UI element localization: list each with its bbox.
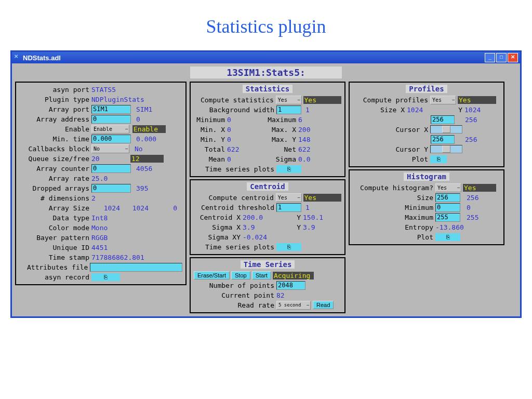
hist-size-input[interactable]	[435, 193, 460, 202]
cury-input[interactable]	[431, 135, 455, 144]
ts-title: Time Series	[241, 260, 295, 269]
enable-dropdown[interactable]: Enable	[91, 125, 129, 134]
cb-block-label: Callbacks block	[19, 145, 91, 153]
curx-readback: 256	[465, 116, 477, 124]
dims-label: # dimensions	[19, 194, 91, 202]
queue-free-value: 12	[130, 155, 164, 163]
minimize-button[interactable]: _	[485, 53, 495, 62]
size-x: 1024	[91, 204, 120, 212]
net-label: Net	[268, 145, 298, 153]
rate-dropdown[interactable]: 5 second	[276, 301, 311, 310]
dropped-input[interactable]	[91, 184, 131, 193]
stop-button[interactable]: Stop	[231, 271, 250, 280]
min-time-input[interactable]	[91, 135, 131, 143]
max-label: Maximum	[268, 116, 298, 124]
asyn-port-value: STATS5	[91, 86, 116, 94]
sigma-value: 0.0	[298, 155, 310, 163]
plugin-type-value: NDPluginStats	[91, 96, 144, 103]
min-time-label: Min. time	[19, 135, 91, 143]
read-button[interactable]: Read	[313, 301, 334, 309]
array-port-readback: SIM1	[136, 105, 152, 113]
profiles-compute-label: Compute profiles	[353, 96, 430, 104]
sxy-value: -0.024	[243, 233, 267, 241]
ts-panel: Time Series Erase/StartStopStartAcquirin…	[190, 257, 345, 313]
profiles-panel: Profiles Compute profilesYesYes Size X10…	[349, 82, 504, 167]
dtype-label: Data type	[19, 214, 91, 222]
cury-slider[interactable]	[430, 145, 462, 153]
hist-max-readback: 255	[467, 214, 478, 221]
dropped-label: Dropped arrays	[19, 184, 91, 192]
size-label: Array Size	[19, 204, 91, 212]
miny-label: Min. Y	[194, 136, 227, 143]
thresh-input[interactable]	[276, 203, 301, 212]
centroid-plots-button[interactable]	[276, 243, 301, 251]
asyn-rec-button[interactable]	[91, 273, 120, 281]
maxy-label: Max. Y	[268, 136, 298, 143]
hist-size-label: Size	[353, 194, 435, 202]
npts-input[interactable]	[276, 281, 305, 290]
sizey-value: 1024	[464, 106, 481, 114]
asyn-rec-label: asyn record	[19, 273, 91, 281]
maximize-button[interactable]: □	[496, 53, 507, 62]
array-port-input[interactable]	[91, 105, 131, 114]
arr-rate-value: 25.0	[91, 175, 108, 182]
window-title: NDStats.adl	[23, 54, 61, 62]
start-button[interactable]: Start	[252, 271, 271, 280]
centroid-compute-readback: Yes	[303, 194, 341, 202]
total-value: 622	[227, 145, 268, 153]
centroid-compute-dropdown[interactable]: Yes	[276, 193, 302, 202]
cury-label: Cursor Y	[353, 145, 430, 153]
stats-title: Statistics	[243, 85, 292, 93]
arr-ctr-readback: 4056	[136, 165, 152, 172]
queue-label: Queue size/free	[19, 155, 91, 163]
hist-max-input[interactable]	[435, 213, 460, 222]
stats-compute-dropdown[interactable]: Yes	[276, 96, 302, 104]
centroid-compute-label: Compute centroid	[194, 194, 276, 202]
minx-value: 0	[227, 126, 268, 134]
curx-label: Cursor X	[353, 126, 430, 134]
profiles-title: Profiles	[406, 85, 447, 93]
ts-value: 717886862.801	[91, 254, 144, 261]
array-addr-input[interactable]	[91, 115, 131, 124]
hist-max-label: Maximum	[353, 214, 435, 221]
arr-rate-label: Array rate	[19, 175, 91, 182]
cb-block-dropdown[interactable]: No	[91, 144, 129, 153]
curx-input[interactable]	[431, 115, 455, 124]
min-label: Minimum	[194, 116, 227, 124]
hist-ent-label: Entropy	[353, 223, 435, 231]
stats-plots-button[interactable]	[276, 165, 301, 173]
dtype-value: Int8	[91, 214, 108, 222]
attr-input[interactable]	[90, 263, 182, 272]
profiles-compute-dropdown[interactable]: Yes	[430, 96, 456, 104]
hist-min-label: Minimum	[353, 204, 435, 211]
uid-label: Unique ID	[19, 244, 91, 251]
erase-button[interactable]: Erase/Start	[194, 271, 230, 280]
plugin-type-label: Plugin type	[19, 96, 91, 103]
hist-size-readback: 256	[467, 194, 478, 202]
window: NDStats.adl _ □ ✕ 13SIM1:Stats5: asyn po…	[10, 50, 522, 318]
sizex-value: 1024	[407, 106, 456, 114]
hist-min-readback: 0	[467, 204, 471, 211]
centroid-panel: Centroid Compute centroidYesYes Centroid…	[190, 179, 345, 255]
curx-slider[interactable]	[430, 125, 462, 134]
hist-compute-readback: Yes	[463, 184, 496, 192]
info-panel: asyn portSTATS5 Plugin typeNDPluginStats…	[15, 82, 187, 285]
stats-compute-label: Compute statistics	[194, 96, 276, 104]
profiles-plot-button[interactable]	[430, 155, 447, 163]
total-label: Total	[194, 145, 227, 153]
close-button[interactable]: ✕	[508, 53, 518, 62]
asyn-port-label: asyn port	[19, 86, 91, 94]
arr-ctr-input[interactable]	[91, 164, 131, 173]
hist-min-input[interactable]	[435, 203, 460, 212]
bayer-label: Bayer pattern	[19, 234, 91, 242]
titlebar: NDStats.adl _ □ ✕	[12, 52, 520, 63]
dropped-readback: 395	[136, 184, 148, 192]
prefix-label: 13SIM1:Stats5:	[190, 66, 342, 78]
hist-compute-dropdown[interactable]: Yes	[435, 183, 461, 192]
centroid-title: Centroid	[247, 182, 288, 191]
bgw-input[interactable]	[276, 105, 301, 114]
sy-label: Y	[295, 223, 303, 231]
hist-plot-button[interactable]	[435, 233, 460, 241]
cb-block-readback: No	[135, 145, 143, 153]
hist-plot-label: Plot	[353, 233, 435, 241]
